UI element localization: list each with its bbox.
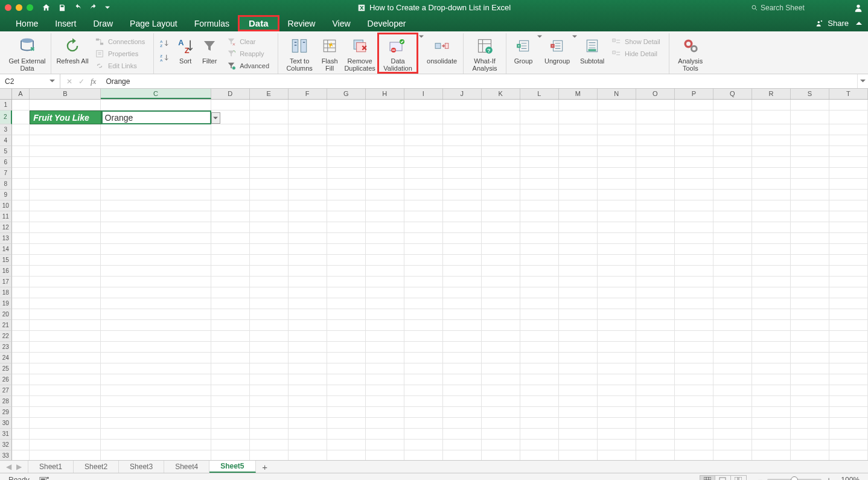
- cell[interactable]: [482, 233, 520, 244]
- cell[interactable]: [12, 407, 30, 418]
- cell[interactable]: [482, 146, 520, 157]
- cell[interactable]: [636, 244, 675, 255]
- cell[interactable]: [443, 440, 482, 450]
- cell[interactable]: [675, 363, 713, 374]
- cell[interactable]: [713, 440, 752, 450]
- cell[interactable]: [675, 255, 713, 266]
- cell[interactable]: [636, 200, 675, 211]
- user-icon[interactable]: [854, 3, 863, 13]
- cell[interactable]: [559, 429, 598, 440]
- cell[interactable]: [404, 363, 443, 374]
- cell[interactable]: [713, 298, 752, 309]
- cell[interactable]: [829, 320, 868, 331]
- cell[interactable]: [211, 331, 250, 342]
- cell[interactable]: [713, 168, 752, 179]
- cell[interactable]: [598, 222, 636, 233]
- row-header[interactable]: 29: [0, 407, 12, 418]
- cell[interactable]: [482, 353, 520, 363]
- cell[interactable]: [211, 100, 250, 110]
- cell[interactable]: [250, 396, 289, 407]
- cell[interactable]: [713, 244, 752, 255]
- cell[interactable]: [101, 418, 211, 429]
- cell[interactable]: [675, 100, 713, 110]
- cell[interactable]: [211, 418, 250, 429]
- label-cell-fruit[interactable]: Fruit You Like: [30, 110, 101, 124]
- consolidate-button[interactable]: onsolidate: [424, 34, 459, 65]
- row-header[interactable]: 25: [0, 363, 12, 374]
- cell[interactable]: [752, 374, 791, 385]
- row-header[interactable]: 1: [0, 100, 12, 110]
- row-header[interactable]: 28: [0, 396, 12, 407]
- cell[interactable]: [752, 110, 791, 124]
- cell[interactable]: [791, 363, 829, 374]
- cell[interactable]: [30, 157, 101, 168]
- cell[interactable]: [713, 255, 752, 266]
- cell[interactable]: [250, 440, 289, 450]
- cell[interactable]: [636, 440, 675, 450]
- cell[interactable]: [675, 146, 713, 157]
- cell[interactable]: [404, 200, 443, 211]
- cell[interactable]: [404, 100, 443, 110]
- cell[interactable]: [791, 385, 829, 396]
- cell[interactable]: [713, 124, 752, 135]
- cell[interactable]: [598, 407, 636, 418]
- cell[interactable]: [598, 100, 636, 110]
- cell[interactable]: [211, 277, 250, 287]
- cell[interactable]: [829, 418, 868, 429]
- row-header[interactable]: 32: [0, 440, 12, 450]
- row-header[interactable]: 23: [0, 342, 12, 353]
- cell[interactable]: [636, 266, 675, 277]
- cell[interactable]: [636, 110, 675, 124]
- cell[interactable]: [636, 157, 675, 168]
- cell[interactable]: [211, 287, 250, 298]
- cell[interactable]: [289, 244, 327, 255]
- cell[interactable]: [752, 179, 791, 190]
- cell[interactable]: [404, 396, 443, 407]
- cell[interactable]: [404, 168, 443, 179]
- cell[interactable]: [520, 200, 559, 211]
- cell[interactable]: [250, 407, 289, 418]
- cell[interactable]: [404, 298, 443, 309]
- cell[interactable]: [791, 418, 829, 429]
- cell[interactable]: [289, 168, 327, 179]
- cell[interactable]: [366, 298, 404, 309]
- cell[interactable]: [327, 135, 366, 146]
- cell[interactable]: [404, 385, 443, 396]
- zoom-level[interactable]: 100%: [841, 476, 860, 481]
- cell[interactable]: [211, 233, 250, 244]
- cell[interactable]: [101, 266, 211, 277]
- cell[interactable]: [327, 440, 366, 450]
- cell[interactable]: [829, 342, 868, 353]
- cell[interactable]: [250, 168, 289, 179]
- cell[interactable]: [30, 233, 101, 244]
- column-header[interactable]: B: [30, 89, 101, 99]
- cell[interactable]: [829, 244, 868, 255]
- sort-desc-icon[interactable]: ZA: [160, 54, 171, 62]
- cell[interactable]: [250, 135, 289, 146]
- cell[interactable]: [443, 110, 482, 124]
- cell[interactable]: [791, 353, 829, 363]
- cell[interactable]: [482, 255, 520, 266]
- cell[interactable]: [443, 374, 482, 385]
- cell[interactable]: [211, 450, 250, 460]
- cell[interactable]: [366, 450, 404, 460]
- cell[interactable]: [829, 298, 868, 309]
- cell[interactable]: [404, 353, 443, 363]
- cell[interactable]: [598, 135, 636, 146]
- cell[interactable]: [791, 255, 829, 266]
- cell[interactable]: [289, 190, 327, 200]
- cell[interactable]: [327, 418, 366, 429]
- cell[interactable]: [598, 298, 636, 309]
- cell[interactable]: [829, 157, 868, 168]
- formula-bar-expand-icon[interactable]: [857, 74, 868, 88]
- cell[interactable]: [211, 211, 250, 222]
- cell[interactable]: [289, 255, 327, 266]
- cell[interactable]: [713, 418, 752, 429]
- cell[interactable]: [211, 440, 250, 450]
- name-box[interactable]: C2: [0, 74, 60, 88]
- cell[interactable]: [636, 211, 675, 222]
- cell[interactable]: [829, 287, 868, 298]
- cell[interactable]: [30, 244, 101, 255]
- cell[interactable]: [482, 266, 520, 277]
- cell[interactable]: [101, 146, 211, 157]
